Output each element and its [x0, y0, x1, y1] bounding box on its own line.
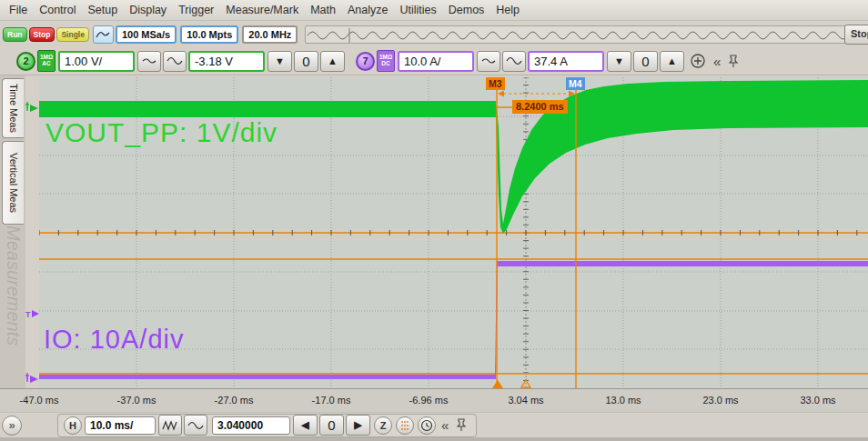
horizontal-position-field[interactable]: 3.040000 — [212, 416, 290, 435]
channel-7-offset-down-button[interactable]: ▼ — [607, 51, 631, 72]
axis-tick-label: 23.0 ms — [702, 395, 738, 406]
tab-time-meas-label: Time Meas — [8, 84, 19, 133]
pin-icon — [728, 55, 739, 68]
expand-panel-button[interactable]: » — [2, 416, 22, 436]
position-right-button[interactable]: ▶ — [346, 415, 370, 436]
zero-label: 0 — [328, 417, 335, 433]
menu-item-math[interactable]: Math — [310, 4, 336, 16]
markers-icon — [399, 419, 411, 432]
zoom-add-button[interactable] — [690, 53, 706, 69]
pin-toolbar-button[interactable] — [728, 55, 739, 68]
channel-7-scale-decrease-button[interactable] — [477, 51, 500, 72]
channel-2-button[interactable]: 2 — [16, 52, 35, 71]
channel-2-coupling: AC — [42, 61, 50, 67]
menu-item-trigger[interactable]: Trigger — [178, 4, 214, 16]
collapse-toolbar-button[interactable]: « — [713, 54, 721, 69]
small-wave-icon — [142, 56, 156, 65]
time-axis: -47.0 ms-37.0 ms-27.0 ms-17.0 ms-6.96 ms… — [0, 388, 868, 412]
menu-item-measure-mark[interactable]: Measure/Mark — [226, 4, 298, 16]
horizontal-menu-button[interactable]: H — [64, 416, 82, 435]
clock-icon — [420, 419, 433, 432]
channel-7-scale-field[interactable]: 10.0 A/ — [398, 51, 474, 72]
tab-vertical-meas[interactable]: Vertical Meas — [2, 141, 24, 225]
axis-tick-label: -37.0 ms — [117, 395, 156, 406]
compressed-wave-icon — [162, 420, 178, 431]
menu-item-help[interactable]: Help — [496, 4, 520, 16]
oscilloscope-window: FileControlSetupDisplayTriggerMeasure/Ma… — [0, 0, 868, 441]
circle-plus-icon — [690, 53, 706, 69]
waveform-display[interactable]: VOUT_PP: 1V/div IO: 10A/div M3 M4 8.2400… — [39, 77, 868, 388]
acquisition-mode-button[interactable] — [93, 25, 114, 44]
channel-2-offset-field[interactable]: -3.18 V — [188, 51, 265, 72]
menu-item-analyze[interactable]: Analyze — [348, 4, 388, 16]
zoom-mode-button[interactable]: Z — [374, 416, 392, 435]
collapse-hbar-button[interactable]: « — [441, 417, 449, 433]
io-trace-label: IO: 10A/div — [44, 325, 184, 355]
vout-trace-label: VOUT_PP: 1V/div — [45, 117, 278, 148]
sample-rate-field[interactable]: 100 MSa/s — [116, 25, 177, 44]
channel-2-scale-decrease-button[interactable] — [137, 51, 161, 72]
channel-2-offset-zero-button[interactable]: 0 — [294, 51, 318, 72]
zero-label: 0 — [302, 54, 309, 69]
axis-tick-label: -6.96 ms — [409, 395, 449, 406]
axis-tick-label: 13.0 ms — [605, 395, 641, 406]
clock-button[interactable] — [418, 416, 436, 435]
large-wave-icon — [187, 419, 204, 432]
channel-7-trigger-level-marker[interactable]: T — [25, 310, 39, 319]
channel-7-reference-marker[interactable] — [25, 373, 38, 383]
horizontal-toolbar: » H 10.0 ms/ 3.040000 ◀ 0 ▶ Z — [0, 412, 868, 437]
menu-item-utilities[interactable]: Utilities — [399, 4, 436, 16]
channel-2-offset-up-button[interactable]: ▲ — [320, 51, 345, 72]
axis-tick-label: -47.0 ms — [20, 395, 59, 406]
tab-vertical-meas-label: Vertical Meas — [8, 153, 19, 213]
timebase-field[interactable]: 10.0 ms/ — [85, 416, 156, 435]
channel-7-offset-up-button[interactable]: ▲ — [660, 51, 684, 72]
channel-7-scale-increase-button[interactable] — [502, 51, 526, 72]
position-left-button[interactable]: ◀ — [293, 415, 318, 436]
menu-item-setup[interactable]: Setup — [87, 4, 117, 16]
large-wave-icon — [167, 55, 183, 67]
timebase-zoom-in-button[interactable] — [184, 415, 207, 436]
marker-delta-readout: 8.2400 ms — [512, 100, 568, 114]
acquisition-status-button[interactable]: Stop — [844, 25, 868, 45]
wave-icon — [96, 29, 110, 40]
channel-2-coupling-badge[interactable]: 1MΩ AC — [37, 50, 56, 72]
timebase-zoom-out-button[interactable] — [158, 415, 182, 436]
acquisition-toolbar: Run Stop Single 100 MSa/s 10.0 Mpts 20.0… — [0, 21, 868, 47]
memory-depth-field[interactable]: 10.0 Mpts — [180, 25, 238, 44]
zero-label: 0 — [641, 54, 649, 69]
channel-2-scale-increase-button[interactable] — [163, 51, 187, 72]
stop-button[interactable]: Stop — [29, 27, 56, 42]
acquisition-preview-strip — [305, 25, 864, 44]
channel-7-coupling-badge[interactable]: 1MΩ DC — [377, 50, 395, 72]
timebase-panel: H 10.0 ms/ 3.040000 ◀ 0 ▶ Z « — [57, 414, 477, 437]
measurements-watermark: Measurements — [3, 226, 24, 346]
channel-7-offset-field[interactable]: 37.4 A — [528, 51, 604, 72]
marker-m4-label[interactable]: M4 — [566, 77, 585, 90]
menu-item-file[interactable]: File — [9, 4, 27, 16]
channel-7-offset-zero-button[interactable]: 0 — [633, 51, 658, 72]
channel-2-reference-marker[interactable] — [25, 102, 38, 112]
channel-2-offset-down-button[interactable]: ▼ — [267, 51, 292, 72]
menu-item-demos[interactable]: Demos — [449, 4, 485, 16]
axis-tick-label: -27.0 ms — [215, 395, 254, 406]
channel-toolbar: 2 1MΩ AC 1.00 V/ -3.18 V ▼ 0 ▲ 7 1MΩ DC … — [0, 47, 868, 75]
waveform-preview-icon — [306, 26, 864, 44]
tab-time-meas[interactable]: Time Meas — [2, 78, 24, 138]
window-bottom-edge — [0, 437, 868, 441]
bandwidth-field[interactable]: 20.0 MHz — [242, 25, 298, 44]
menu-item-display[interactable]: Display — [129, 4, 167, 16]
channel-7-button[interactable]: 7 — [356, 52, 375, 71]
channel-2-scale-field[interactable]: 1.00 V/ — [58, 51, 135, 72]
pin-hbar-button[interactable] — [456, 418, 467, 432]
marker-m3-label[interactable]: M3 — [486, 77, 505, 90]
channel-7-coupling: DC — [381, 61, 389, 67]
menu-item-control[interactable]: Control — [39, 4, 76, 16]
single-button[interactable]: Single — [56, 27, 89, 42]
axis-tick-label: 3.04 ms — [508, 395, 543, 406]
axis-tick-label: 33.0 ms — [800, 395, 835, 406]
position-zero-button[interactable]: 0 — [319, 415, 344, 436]
left-sidebar: Time Meas Vertical Meas Measurements — [0, 75, 25, 413]
run-button[interactable]: Run — [3, 27, 27, 42]
markers-button[interactable] — [396, 416, 414, 435]
